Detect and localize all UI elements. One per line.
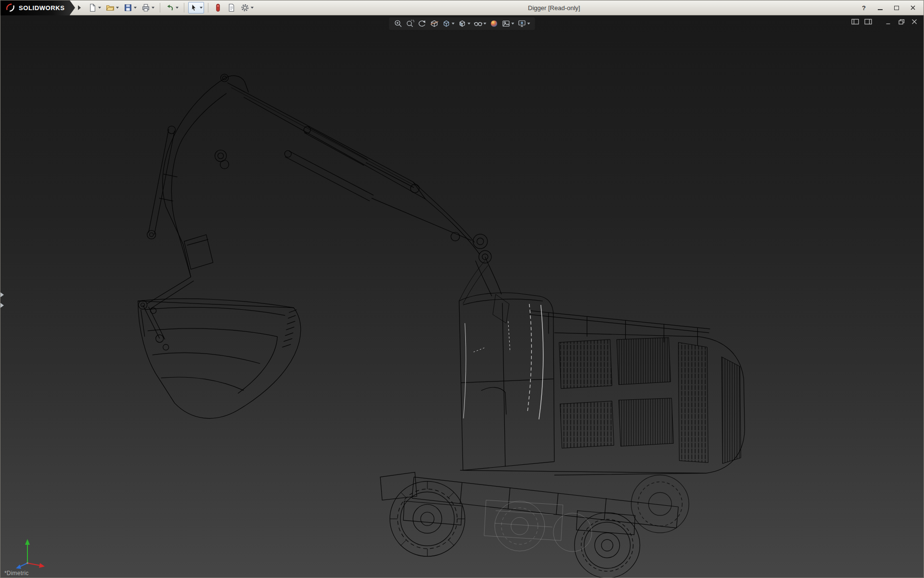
options-button[interactable] xyxy=(239,2,255,13)
zoom-to-fit-button[interactable] xyxy=(393,18,404,29)
pane-left-button[interactable] xyxy=(851,18,860,26)
toolbar-separator xyxy=(160,3,160,13)
solidworks-logo: SOLIDWORKS xyxy=(0,0,70,15)
titlebar-center: Digger [Read-only] xyxy=(255,3,853,12)
pane-left-icon xyxy=(851,18,859,25)
pane-right-button[interactable] xyxy=(864,18,873,26)
titlebar: SOLIDWORKS xyxy=(0,0,924,15)
chevron-down-icon[interactable] xyxy=(484,23,487,25)
maximize-icon xyxy=(894,6,899,10)
digger-stick xyxy=(228,83,509,323)
section-view-icon xyxy=(430,19,439,28)
display-style-button[interactable] xyxy=(457,18,472,29)
section-view-button[interactable] xyxy=(429,18,440,29)
minimize-icon xyxy=(878,9,883,10)
display-style-icon xyxy=(458,19,467,28)
chevron-down-icon[interactable] xyxy=(527,23,530,25)
file-properties-icon xyxy=(227,3,236,12)
brand-name: SOLIDWORKS xyxy=(19,4,65,12)
close-button[interactable] xyxy=(906,3,920,13)
chevron-down-icon[interactable] xyxy=(134,7,137,9)
previous-view-icon xyxy=(418,19,427,28)
open-folder-icon xyxy=(106,3,115,12)
chevron-down-icon[interactable] xyxy=(98,7,101,9)
rebuild-light-icon xyxy=(214,3,222,12)
undo-button[interactable] xyxy=(164,2,180,13)
previous-view-button[interactable] xyxy=(417,18,428,29)
chevron-down-icon[interactable] xyxy=(512,23,514,25)
chevron-down-icon[interactable] xyxy=(116,7,119,9)
options-gear-icon xyxy=(241,3,249,12)
digger-bucket-linkage xyxy=(139,277,194,350)
appearance-ball-icon xyxy=(490,19,499,28)
scene-picture-icon xyxy=(502,19,511,28)
apply-scene-button[interactable] xyxy=(501,18,515,29)
model-wireframe-svg xyxy=(0,15,924,578)
standard-toolbar xyxy=(86,2,255,13)
digger-cab xyxy=(459,261,554,470)
graphics-viewport[interactable]: *Dimetric xyxy=(0,15,924,578)
close-icon xyxy=(910,5,916,11)
edit-appearance-button[interactable] xyxy=(489,18,500,29)
view-settings-button[interactable] xyxy=(517,18,531,29)
triad-origin xyxy=(26,562,28,564)
doc-restore-button[interactable] xyxy=(897,18,906,26)
minimize-button[interactable] xyxy=(873,3,887,13)
file-properties-button[interactable] xyxy=(226,2,237,13)
chevron-down-icon[interactable] xyxy=(176,7,179,9)
flyout-arrow-icon xyxy=(0,292,4,297)
doc-minimize-button[interactable] xyxy=(884,18,893,26)
digger-boom xyxy=(147,74,249,277)
hide-show-items-button[interactable] xyxy=(473,18,488,29)
chevron-down-icon[interactable] xyxy=(152,7,154,9)
help-question-icon: ? xyxy=(862,4,866,12)
zoom-to-area-button[interactable] xyxy=(405,18,416,29)
select-button[interactable] xyxy=(188,2,204,13)
chevron-down-icon[interactable] xyxy=(452,23,455,25)
help-button[interactable]: ? xyxy=(857,3,871,13)
toolbar-separator xyxy=(208,3,208,13)
maximize-button[interactable] xyxy=(890,3,903,13)
menu-expand-arrow-icon[interactable] xyxy=(78,5,81,10)
z-axis-arrow xyxy=(16,565,21,569)
y-axis-arrow xyxy=(25,539,30,545)
view-orientation-cube-icon xyxy=(442,19,451,28)
select-cursor-icon xyxy=(190,3,198,12)
doc-minimize-icon xyxy=(885,18,892,25)
doc-close-icon xyxy=(911,18,918,25)
doc-close-button[interactable] xyxy=(910,18,919,26)
save-button[interactable] xyxy=(122,2,138,13)
chevron-down-icon[interactable] xyxy=(468,23,471,25)
view-orientation-label: *Dimetric xyxy=(4,570,28,577)
zoom-to-fit-icon xyxy=(394,19,403,28)
document-window-controls xyxy=(851,18,919,26)
view-orientation-button[interactable] xyxy=(441,18,456,29)
flyout-arrow-icon xyxy=(0,303,4,308)
save-disk-icon xyxy=(124,3,132,12)
window-controls: ? xyxy=(853,3,924,13)
logo-edge-decoration xyxy=(70,0,75,15)
solidworks-logo-icon xyxy=(5,3,15,13)
new-button[interactable] xyxy=(87,2,103,13)
pane-right-icon xyxy=(864,18,872,25)
toolbar-separator xyxy=(184,3,184,13)
digger-bucket xyxy=(138,299,301,418)
solidworks-window: SOLIDWORKS xyxy=(0,0,924,578)
printer-icon xyxy=(141,3,150,12)
doc-restore-icon xyxy=(898,18,905,25)
reference-triad xyxy=(11,535,46,570)
featuremanager-flyout-arrows[interactable] xyxy=(0,292,5,308)
rebuild-button[interactable] xyxy=(212,2,224,13)
new-document-icon xyxy=(88,3,97,12)
headsup-view-toolbar xyxy=(389,17,535,30)
eyeglasses-icon xyxy=(474,19,483,28)
view-settings-monitor-icon xyxy=(518,19,526,28)
x-axis-arrow xyxy=(39,563,45,568)
chevron-down-icon[interactable] xyxy=(251,7,254,9)
chevron-down-icon[interactable] xyxy=(200,7,203,9)
digger-farside-faint xyxy=(484,500,592,552)
document-title: Digger [Read-only] xyxy=(528,4,580,12)
open-button[interactable] xyxy=(104,2,120,13)
zoom-to-area-icon xyxy=(406,19,415,28)
print-button[interactable] xyxy=(140,2,156,13)
